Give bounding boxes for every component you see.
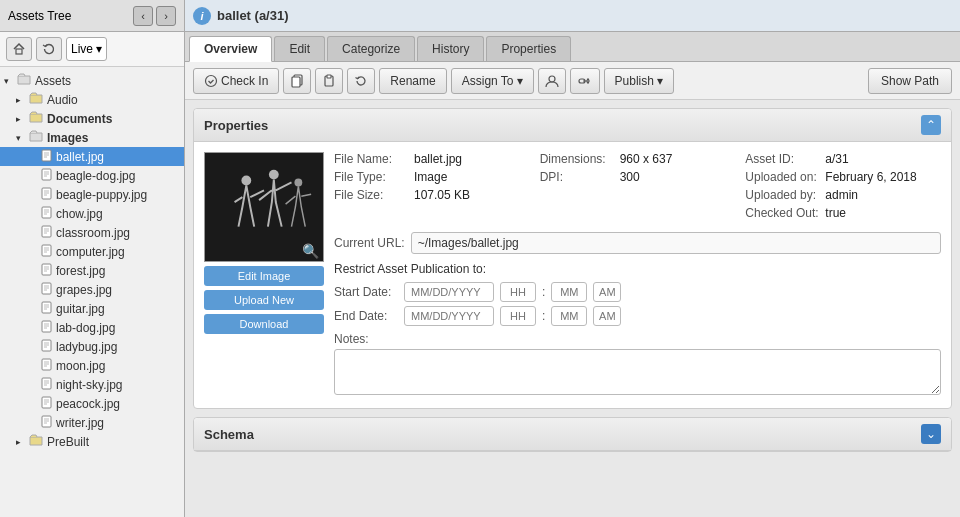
show-path-button[interactable]: Show Path [868,68,952,94]
content-area: Properties ⌃ [185,100,960,517]
tree-item-beagle-puppy[interactable]: beagle-puppy.jpg [0,185,184,204]
url-row: Current URL: [334,232,941,254]
svg-rect-0 [16,49,22,54]
publish-button[interactable]: Publish ▾ [604,68,674,94]
tree-item-audio[interactable]: ▸Audio [0,90,184,109]
file-icon [41,415,52,430]
tab-history[interactable]: History [417,36,484,61]
copy-button[interactable] [283,68,311,94]
restrict-section: Restrict Asset Publication to: Start Dat… [334,262,941,398]
svg-rect-18 [292,77,300,87]
properties-grid: File Name: ballet.jpg File Type: Image F… [334,152,941,224]
file-icon [41,358,52,373]
tree-item-documents[interactable]: ▸Documents [0,109,184,128]
sidebar-home-button[interactable] [6,37,32,61]
uploaded-on-row: Uploaded on: February 6, 2018 [745,170,941,184]
svg-rect-11 [42,340,51,351]
file-icon [41,377,52,392]
upload-new-button[interactable]: Upload New [204,290,324,310]
tree-item-writer[interactable]: writer.jpg [0,413,184,432]
tree-item-grapes[interactable]: grapes.jpg [0,280,184,299]
properties-details: File Name: ballet.jpg File Type: Image F… [334,152,941,398]
main-header: i ballet (a/31) [185,0,960,32]
tree-item-forest[interactable]: forest.jpg [0,261,184,280]
tree-item-classroom[interactable]: classroom.jpg [0,223,184,242]
restrict-title: Restrict Asset Publication to: [334,262,941,276]
tree-item-chow[interactable]: chow.jpg [0,204,184,223]
end-mm-input[interactable] [551,306,587,326]
refresh-button[interactable] [347,68,375,94]
paste-button[interactable] [315,68,343,94]
page-title: ballet (a/31) [217,8,289,23]
file-type-label: File Type: [334,170,414,184]
file-icon [41,168,52,183]
expand-arrow-icon: ▸ [16,95,26,105]
start-mm-input[interactable] [551,282,587,302]
sidebar-forward-button[interactable]: › [156,6,176,26]
end-hh-input[interactable] [500,306,536,326]
tree-item-label: beagle-dog.jpg [56,169,135,183]
file-name-row: File Name: ballet.jpg [334,152,530,166]
info-icon: i [193,7,211,25]
tree-item-ballet[interactable]: ballet.jpg [0,147,184,166]
tab-categorize[interactable]: Categorize [327,36,415,61]
zoom-icon[interactable]: 🔍 [302,243,319,259]
tree-item-label: ballet.jpg [56,150,104,164]
end-ampm-input[interactable] [593,306,621,326]
sidebar-header: Assets Tree ‹ › [0,0,184,32]
schema-collapse-button[interactable]: ⌄ [921,424,941,444]
properties-panel: Properties ⌃ [193,108,952,409]
start-date-row: Start Date: : [334,282,941,302]
properties-collapse-button[interactable]: ⌃ [921,115,941,135]
sidebar-refresh-button[interactable] [36,37,62,61]
sidebar-back-button[interactable]: ‹ [133,6,153,26]
tab-edit[interactable]: Edit [274,36,325,61]
asset-id-label: Asset ID: [745,152,825,166]
file-icon [41,282,52,297]
image-preview: 🔍 [204,152,324,262]
tree-item-prebuilt[interactable]: ▸PreBuilt [0,432,184,451]
chain-icon-button[interactable] [570,68,600,94]
edit-image-button[interactable]: Edit Image [204,266,324,286]
tree-item-beagle-dog[interactable]: beagle-dog.jpg [0,166,184,185]
svg-rect-12 [42,359,51,370]
end-date-input[interactable] [404,306,494,326]
tree-item-computer[interactable]: computer.jpg [0,242,184,261]
svg-rect-4 [42,207,51,218]
tree-item-guitar[interactable]: guitar.jpg [0,299,184,318]
svg-rect-8 [42,283,51,294]
url-input[interactable] [411,232,941,254]
uploaded-on-label: Uploaded on: [745,170,825,184]
start-ampm-input[interactable] [593,282,621,302]
tree-item-peacock[interactable]: peacock.jpg [0,394,184,413]
tree-item-moon[interactable]: moon.jpg [0,356,184,375]
tree-item-lab-dog[interactable]: lab-dog.jpg [0,318,184,337]
tree-item-night-sky[interactable]: night-sky.jpg [0,375,184,394]
start-date-input[interactable] [404,282,494,302]
tree-item-images[interactable]: ▾Images [0,128,184,147]
live-dropdown[interactable]: Live ▾ [66,37,107,61]
tree-item-label: beagle-puppy.jpg [56,188,147,202]
check-in-button[interactable]: Check In [193,68,279,94]
start-hh-input[interactable] [500,282,536,302]
svg-rect-2 [42,169,51,180]
assign-to-button[interactable]: Assign To ▾ [451,68,534,94]
expand-arrow-icon: ▾ [4,76,14,86]
tree-item-label: Assets [35,74,71,88]
props-col-1: File Name: ballet.jpg File Type: Image F… [334,152,530,224]
tab-overview[interactable]: Overview [189,36,272,62]
download-button[interactable]: Download [204,314,324,334]
rename-button[interactable]: Rename [379,68,446,94]
tree-item-ladybug[interactable]: ladybug.jpg [0,337,184,356]
tab-properties[interactable]: Properties [486,36,571,61]
svg-point-25 [294,179,302,187]
expand-arrow-icon: ▸ [16,114,26,124]
file-name-label: File Name: [334,152,414,166]
notes-textarea[interactable] [334,349,941,395]
sidebar: Assets Tree ‹ › Live ▾ ▾Assets▸Audio▸Doc… [0,0,185,517]
user-icon-button[interactable] [538,68,566,94]
svg-rect-5 [42,226,51,237]
dpi-label: DPI: [540,170,620,184]
tree-item-assets[interactable]: ▾Assets [0,71,184,90]
sidebar-nav-buttons: ‹ › [133,6,176,26]
